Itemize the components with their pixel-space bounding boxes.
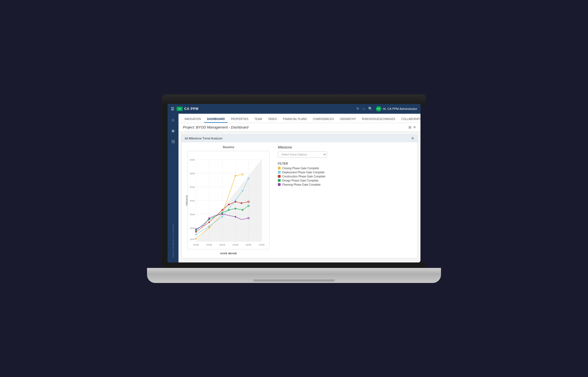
legend-label-design: Design Phase Gate Complete [282,179,318,182]
svg-point-27 [195,238,197,239]
legend-dot-deployment [278,171,281,174]
page-actions: ⊞ ✕ [408,125,416,129]
milestone-section-title: Milestone [278,145,414,149]
svg-text:01/18: 01/18 [190,214,195,215]
legend-label-planning: Planning Phase Gate Complete [282,183,321,186]
laptop-frame: ☰ ca CA PPM ↻ ⌂ 🔍 CA Hi, CA PPM Administ… [147,94,441,283]
main-layout: ⌂ ◉ ⛓ Phoenix UI by itdesign (3.1.0.mast… [168,114,420,262]
settings-page-icon[interactable]: ✕ [413,125,416,129]
legend-label-construction: Construction Phase Gate Complete [282,175,325,178]
tab-risks[interactable]: RISKS/ISSUES/CHANGES [359,116,398,123]
page-title: Project: BYOD Management - Dashboard [183,125,248,129]
tab-navigation[interactable]: NAVIGATION [182,116,204,123]
svg-text:11/10: 11/10 [190,238,195,240]
app-container: ☰ ca CA PPM ↻ ⌂ 🔍 CA Hi, CA PPM Administ… [168,104,420,262]
page-header: Project: BYOD Management - Dashboard ⊞ ✕ [178,123,420,132]
legend-item-planning: Planning Phase Gate Complete [278,183,414,186]
svg-point-34 [221,216,223,218]
svg-text:07/10: 07/10 [190,200,195,202]
sidebar: ⌂ ◉ ⛓ Phoenix UI by itdesign (3.1.0.mast… [168,114,178,262]
widget-area: itd Milestone Trend Analyzer ⚙ Baseline … [178,132,420,262]
tab-dashboard[interactable]: DASHBOARD [204,116,227,123]
laptop-body [147,268,441,283]
content-area: NAVIGATION DASHBOARD PROPERTIES TEAM TAS… [178,114,420,262]
tab-collaboration[interactable]: COLLABORATION [399,116,420,123]
tab-team[interactable]: TEAM [252,116,265,123]
widget-settings-icon[interactable]: ⚙ [411,136,414,140]
svg-point-53 [208,217,210,219]
tab-financial-plans[interactable]: FINANCIAL PLANS [280,116,309,123]
svg-point-52 [195,228,197,230]
svg-text:07/18: 07/18 [190,186,195,188]
milestone-panel: Milestone Select Some Options FILTER [278,145,414,255]
nav-tabs: NAVIGATION DASHBOARD PROPERTIES TEAM TAS… [178,114,420,123]
svg-point-42 [235,201,236,203]
svg-point-32 [195,234,197,235]
topbar-left: ☰ ca CA PPM [171,107,198,111]
svg-text:07/20: 07/20 [259,244,265,246]
logo-area: ca CA PPM [177,107,198,111]
legend-dot-closing [278,167,281,169]
sidebar-item-globe[interactable]: ◉ [169,127,177,135]
sidebar-footer: Phoenix UI by itdesign (3.1.0.master25) [172,222,174,260]
user-area: CA Hi, CA PPM Administrator [376,106,417,112]
tab-chargebacks[interactable]: CHARGEBACKS [310,116,337,123]
legend-item-closing: Closing Phase Gate Complete [278,167,414,170]
legend-dot-planning [278,183,281,186]
legend-item-deployment: Deployment Phase Gate Complete [278,171,414,174]
page-title-italic: Dashboard [231,125,249,129]
topbar-right: ↻ ⌂ 🔍 CA Hi, CA PPM Administrator [356,106,417,112]
svg-point-55 [235,216,236,218]
chart-svg-wrapper: Milestone [188,151,270,250]
laptop-left-bezel [162,106,168,262]
avatar: CA [376,106,381,112]
page-title-text: Project: BYOD Management - [183,125,231,129]
svg-point-39 [208,221,210,223]
svg-text:01/20: 01/20 [246,244,252,246]
svg-point-43 [241,202,242,204]
topbar: ☰ ca CA PPM ↻ ⌂ 🔍 CA Hi, CA PPM Administ… [168,104,420,114]
svg-text:07/18: 07/18 [206,244,212,246]
filter-label: FILTER [278,162,414,165]
svg-point-30 [235,175,236,177]
ca-logo: ca [177,107,183,111]
search-icon[interactable]: 🔍 [368,107,373,111]
laptop-screen: ☰ ca CA PPM ↻ ⌂ 🔍 CA Hi, CA PPM Administ… [168,104,420,262]
chart-baseline-label: Baseline [223,145,234,149]
widget-header: itd Milestone Trend Analyzer ⚙ [181,135,417,142]
milestone-select[interactable]: Select Some Options [278,151,327,158]
edit-icon[interactable]: ⊞ [408,125,411,129]
chart-y-label: Milestone [185,195,188,206]
legend-label-deployment: Deployment Phase Gate Complete [282,171,325,174]
svg-text:07/19: 07/19 [233,244,238,246]
svg-text:01/10: 01/10 [190,227,195,229]
app-name: CA PPM [184,107,198,111]
widget-milestone-trend: itd Milestone Trend Analyzer ⚙ Baseline … [181,135,418,258]
legend-dot-construction [278,175,281,178]
svg-point-49 [235,208,236,209]
tab-hierarchy[interactable]: HIERARCHY [337,116,359,123]
legend-dot-design [278,179,281,182]
svg-point-41 [228,204,230,205]
home-topbar-icon[interactable]: ⌂ [363,107,365,111]
svg-point-33 [208,226,210,227]
svg-text:01/25: 01/25 [190,173,195,174]
legend-label-closing: Closing Phase Gate Complete [282,167,319,170]
sidebar-item-link[interactable]: ⛓ [169,138,177,145]
filter-section: FILTER Closing Phase Gate Complete Deplo… [278,162,414,186]
svg-point-48 [228,209,230,211]
hamburger-icon[interactable]: ☰ [171,107,174,111]
svg-text:01/20: 01/20 [190,159,195,161]
tab-tasks[interactable]: TASKS [265,116,279,123]
refresh-icon[interactable]: ↻ [356,107,359,111]
sidebar-item-home[interactable]: ⌂ [169,116,177,124]
svg-text:01/18: 01/18 [193,244,199,246]
chart-svg: 01/18 07/18 01/19 07/19 01/20 07/20 01/2… [188,151,270,249]
save-image-button[interactable]: SAVE IMAGE [220,252,237,255]
tab-properties[interactable]: PROPERTIES [228,116,251,123]
widget-content: Baseline Milestone [181,142,417,258]
widget-title: itd Milestone Trend Analyzer [185,137,223,140]
chart-container: Baseline Milestone [185,145,272,255]
svg-text:01/19: 01/19 [220,244,225,246]
legend-item-design: Design Phase Gate Complete [278,179,414,182]
